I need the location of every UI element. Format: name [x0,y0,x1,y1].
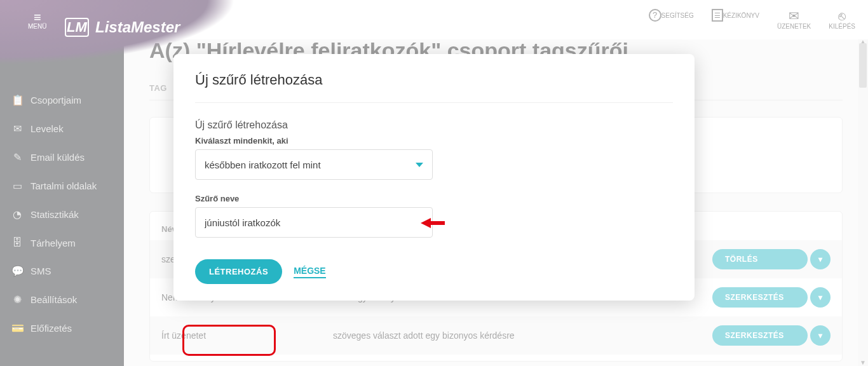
filter-name-input[interactable] [195,207,433,238]
name-label: Szűrő neve [195,194,673,203]
create-button[interactable]: LÉTREHOZÁS [195,259,282,284]
filter-type-select[interactable]: későbben iratkozott fel mint [195,149,433,180]
cancel-button[interactable]: MÉGSE [294,266,326,278]
select-label: Kiválaszt mindenkit, aki [195,136,673,146]
modal-subtitle: Új szűrő létrehozása [195,119,673,131]
modal-actions: LÉTREHOZÁS MÉGSE [195,259,673,284]
create-filter-modal: Új szűrő létrehozása Új szűrő létrehozás… [173,54,695,301]
modal-title: Új szűrő létrehozása [195,72,673,103]
chevron-down-icon [416,163,423,167]
select-value: későbben iratkozott fel mint [205,159,321,170]
